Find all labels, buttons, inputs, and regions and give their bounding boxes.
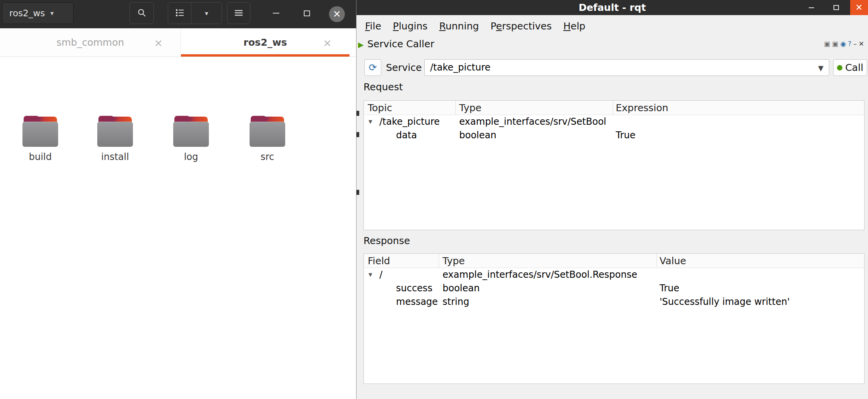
request-section-label: Request [363, 81, 403, 93]
window-title: Default - rqt [356, 0, 868, 15]
edge-mark [356, 190, 359, 195]
response-table-body: ▾/example_interfaces/srv/SetBool.Respons… [364, 268, 864, 384]
view-options-button[interactable]: ▾ [191, 3, 222, 24]
table-cell: / [379, 268, 382, 282]
service-combobox[interactable]: /take_picture ▼ [424, 59, 829, 76]
rqt-titlebar: Default - rqt ✕ [356, 0, 868, 15]
folder-label: install [84, 151, 146, 162]
call-button[interactable]: Call [833, 59, 867, 76]
current-folder-label: ros2_ws [9, 8, 45, 18]
menu-running[interactable]: Running [439, 21, 479, 32]
menu-perspectives[interactable]: Perspectives [491, 21, 552, 32]
dock-minimize-icon[interactable]: – [853, 40, 857, 48]
hamburger-menu-button[interactable] [227, 2, 250, 24]
table-cell: example_interfaces/srv/SetBool.Response [443, 268, 637, 282]
table-row[interactable]: databooleanTrue [364, 129, 864, 142]
folder-label: build [9, 151, 71, 162]
folder-icon [97, 116, 133, 147]
list-view-button[interactable] [168, 3, 191, 24]
minimize-icon [273, 13, 279, 14]
response-table: Field Type Value ▾/example_interfaces/sr… [363, 253, 865, 384]
folder-build[interactable]: build [9, 116, 71, 162]
folder-install[interactable]: install [84, 116, 146, 162]
table-row[interactable]: ▾/example_interfaces/srv/SetBool.Respons… [364, 268, 864, 282]
expand-arrow-icon[interactable]: ▾ [369, 115, 372, 128]
dock-buttons: ▣▣◉?–✕ [824, 40, 864, 48]
response-section-label: Response [363, 235, 410, 246]
menu-help[interactable]: Help [563, 21, 586, 32]
file-grid: build install log src [0, 57, 356, 399]
dock-restore-icon[interactable]: ▣ [832, 40, 838, 48]
view-switcher: ▾ [168, 2, 222, 24]
table-cell: /take_picture [379, 115, 440, 129]
folder-icon [22, 116, 58, 147]
maximize-button[interactable] [827, 0, 846, 15]
table-cell[interactable]: True [616, 129, 636, 142]
tab-ros2-ws[interactable]: ros2_ws × [181, 28, 350, 57]
list-view-icon [175, 9, 184, 18]
expand-arrow-icon[interactable]: ▾ [369, 268, 372, 281]
chevron-down-icon: ▾ [205, 10, 208, 17]
rqt-window: Default - rqt ✕ FilePluginsRunningPerspe… [356, 0, 868, 399]
edge-mark [356, 111, 359, 116]
table-cell[interactable]: 'Successfully image written' [660, 295, 790, 309]
column-header[interactable]: Expression [616, 101, 668, 115]
folder-icon [173, 116, 209, 147]
column-header[interactable]: Type [459, 101, 481, 115]
chevron-down-icon: ▼ [818, 60, 823, 76]
maximize-button[interactable] [297, 0, 317, 26]
request-table-header: Topic Type Expression [364, 101, 864, 115]
folder-label: log [160, 151, 222, 162]
column-header[interactable]: Topic [368, 101, 392, 115]
column-header[interactable]: Value [660, 254, 686, 268]
menu-bar: FilePluginsRunningPerspectivesHelp [356, 15, 868, 37]
tab-label: smb_common [57, 37, 124, 48]
plugin-title: Service Caller [367, 38, 434, 50]
column-header[interactable]: Type [443, 254, 465, 268]
close-button[interactable]: ✕ [329, 6, 345, 22]
search-button[interactable] [129, 2, 154, 24]
table-cell: success [396, 282, 432, 295]
table-row[interactable]: messagestring'Successfully image written… [364, 295, 864, 309]
dock-help-icon[interactable]: ? [848, 40, 851, 48]
minimize-button[interactable] [802, 0, 821, 15]
call-label: Call [845, 62, 863, 73]
column-divider [455, 101, 456, 115]
table-cell[interactable]: True [660, 282, 679, 295]
active-tab-underline [181, 54, 350, 57]
refresh-services-button[interactable]: ⟳ [364, 59, 381, 76]
current-folder-button[interactable]: ros2_ws ▾ [2, 2, 74, 24]
menu-plugins[interactable]: Plugins [393, 21, 428, 32]
hamburger-icon [234, 9, 243, 18]
dock-info-icon[interactable]: ◉ [840, 40, 846, 48]
column-header[interactable]: Field [368, 254, 390, 268]
table-row[interactable]: successbooleanTrue [364, 282, 864, 295]
minimize-icon [809, 7, 814, 8]
folder-label: src [236, 151, 298, 162]
close-button[interactable]: ✕ [850, 0, 868, 15]
service-label: Service [386, 59, 422, 76]
call-icon [837, 65, 842, 71]
plugin-titlebar: ▶ Service Caller ▣▣◉?–✕ [358, 38, 864, 52]
table-cell: example_interfaces/srv/SetBool [459, 115, 606, 129]
edge-mark [356, 132, 359, 137]
desktop: ros2_ws ▾ [0, 0, 868, 399]
tab-smb-common[interactable]: smb_common × [0, 28, 181, 57]
folder-src[interactable]: src [236, 116, 298, 162]
table-cell: boolean [459, 129, 496, 142]
table-cell: data [396, 129, 417, 142]
close-tab-icon[interactable]: × [154, 36, 163, 48]
close-tab-icon[interactable]: × [323, 36, 332, 48]
table-row[interactable]: ▾/take_pictureexample_interfaces/srv/Set… [364, 115, 864, 129]
column-divider [613, 101, 613, 115]
dock-close-icon[interactable]: ✕ [859, 40, 864, 48]
dock-window-icon[interactable]: ▣ [824, 40, 830, 48]
column-divider [656, 254, 657, 268]
refresh-icon: ⟳ [369, 62, 377, 73]
menu-file[interactable]: File [365, 21, 381, 32]
minimize-button[interactable] [266, 0, 286, 26]
table-cell: boolean [443, 282, 480, 295]
folder-icon [250, 116, 285, 147]
service-value: /take_picture [430, 62, 491, 73]
folder-log[interactable]: log [160, 116, 222, 162]
